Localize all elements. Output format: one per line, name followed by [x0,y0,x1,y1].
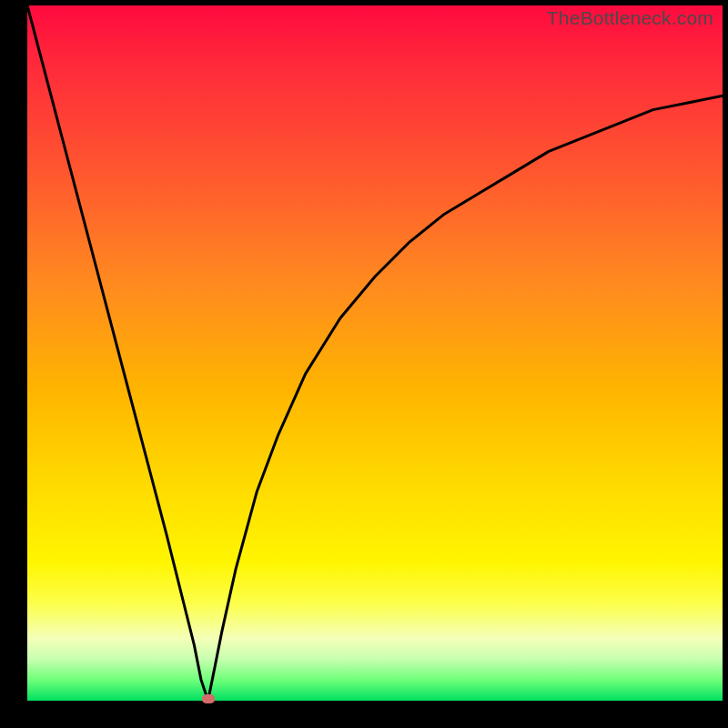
plot-area: TheBottleneck.com [27,5,723,701]
chart-stage: TheBottleneck.com [0,0,728,728]
minimum-marker [202,694,215,703]
curve-path [27,5,723,701]
bottleneck-curve [27,5,723,701]
